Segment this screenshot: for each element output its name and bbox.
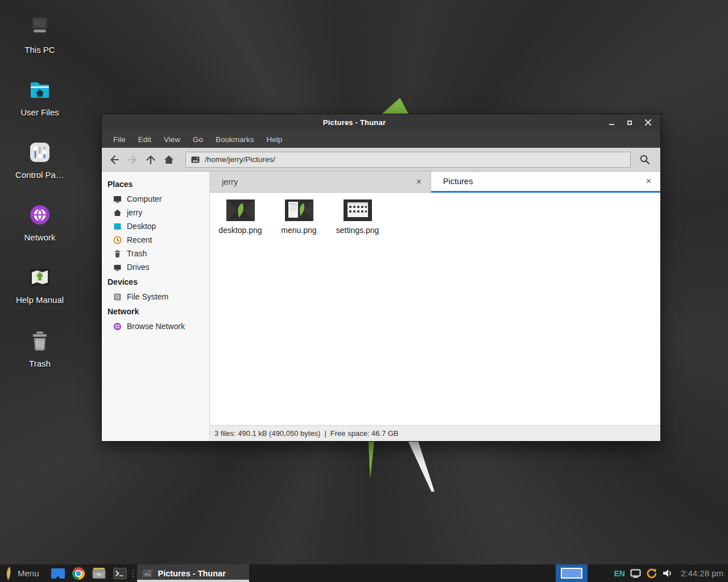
- taskbar-window-button[interactable]: Pictures - Thunar: [137, 564, 249, 582]
- network-globe-icon: [26, 201, 53, 228]
- back-icon: [109, 154, 120, 165]
- start-menu-button[interactable]: [3, 564, 14, 582]
- back-button[interactable]: [105, 151, 123, 169]
- path-text: /home/jerry/Pictures/: [205, 155, 275, 164]
- sidebar-item-label: Computer: [127, 194, 162, 203]
- thunar-task-icon: [142, 569, 152, 577]
- maximize-icon: [627, 120, 632, 125]
- desktop-icon-trash[interactable]: Trash: [6, 327, 74, 368]
- desktop-png-thumbnail: [226, 199, 255, 221]
- taskbar: Menu Pictures - Thunar EN 2:44:28 pm: [0, 564, 728, 582]
- tab-label: jerry: [222, 177, 238, 186]
- start-menu-label[interactable]: Menu: [18, 568, 39, 578]
- launcher-desktop[interactable]: [51, 564, 65, 582]
- tab-close-icon[interactable]: ×: [645, 177, 652, 186]
- menu-file[interactable]: File: [107, 135, 132, 144]
- menu-view[interactable]: View: [158, 135, 187, 144]
- desktop-icon-label: Help Manual: [6, 295, 74, 305]
- close-icon: [645, 119, 651, 126]
- file-view[interactable]: desktop.png menu.png: [210, 193, 660, 425]
- file-name: settings.png: [328, 226, 387, 235]
- maximize-button[interactable]: [624, 117, 635, 128]
- launcher-chrome[interactable]: [72, 564, 85, 582]
- content-pane: jerry × Pictures × desktop.png: [210, 172, 660, 441]
- sidebar-item-browse-network[interactable]: Browse Network: [102, 319, 209, 333]
- launcher-file-manager[interactable]: [92, 564, 106, 582]
- desktop-icon-label: User Files: [6, 107, 74, 117]
- home-button[interactable]: [160, 151, 178, 169]
- search-button[interactable]: [634, 151, 656, 169]
- desktop-icon-help-manual[interactable]: Help Manual: [6, 264, 74, 305]
- menu-help[interactable]: Help: [260, 135, 289, 144]
- recent-clock-icon: [113, 236, 122, 244]
- file-name: desktop.png: [211, 226, 270, 235]
- chrome-icon: [72, 567, 85, 580]
- browse-network-icon: [113, 322, 122, 331]
- status-files-text: 3 files: 490.1 kB (490,050 bytes): [214, 429, 320, 438]
- window-titlebar[interactable]: Pictures - Thunar: [102, 114, 660, 131]
- sidebar-item-drives[interactable]: Drives: [102, 260, 209, 274]
- sidebar-item-computer[interactable]: Computer: [102, 192, 209, 206]
- window-main: Places Computer jerry Desktop Recent Tra…: [102, 172, 660, 441]
- control-panel-icon: [26, 139, 53, 166]
- volume-button[interactable]: [662, 568, 673, 578]
- tab-jerry[interactable]: jerry ×: [210, 172, 431, 193]
- desktop-icon-label: Control Pa…: [6, 170, 74, 180]
- thunar-window: Pictures - Thunar File Edit View Go Book…: [101, 114, 661, 442]
- close-button[interactable]: [642, 117, 653, 128]
- workspace-switcher[interactable]: [556, 564, 588, 582]
- taskbar-clock[interactable]: 2:44:28 pm: [681, 568, 723, 578]
- minimize-icon: [609, 124, 614, 125]
- menu-edit[interactable]: Edit: [132, 135, 158, 144]
- sidebar-item-jerry[interactable]: jerry: [102, 206, 209, 219]
- settings-png-thumbnail: [344, 199, 372, 221]
- display-tray-button[interactable]: [630, 569, 641, 578]
- image-file-icon: [191, 156, 200, 163]
- file-menu-png[interactable]: menu.png: [270, 199, 328, 235]
- window-title: Pictures - Thunar: [102, 118, 607, 127]
- status-bar: 3 files: 490.1 kB (490,050 bytes) | Free…: [210, 425, 660, 441]
- sidebar-item-recent[interactable]: Recent: [102, 233, 209, 247]
- desktop-icon-network[interactable]: Network: [6, 201, 74, 242]
- sidebar-item-label: Browse Network: [127, 322, 185, 331]
- sidebar-item-trash[interactable]: Trash: [102, 247, 209, 260]
- sidebar-item-desktop[interactable]: Desktop: [102, 219, 209, 233]
- desktop-icon-label: Trash: [6, 359, 74, 368]
- update-manager-button[interactable]: [646, 567, 657, 579]
- tab-bar: jerry × Pictures ×: [210, 172, 660, 193]
- update-refresh-icon: [646, 567, 657, 579]
- tab-label: Pictures: [443, 177, 473, 186]
- active-workspace[interactable]: [561, 568, 582, 579]
- panel-handle[interactable]: [133, 570, 134, 577]
- path-bar[interactable]: /home/jerry/Pictures/: [185, 152, 631, 168]
- sidebar-item-label: Desktop: [127, 222, 156, 231]
- up-button[interactable]: [142, 151, 160, 169]
- help-manual-icon: [26, 264, 53, 291]
- search-icon: [639, 154, 651, 165]
- menu-bookmarks[interactable]: Bookmarks: [209, 135, 260, 144]
- desktop-small-icon: [113, 222, 122, 231]
- sidebar-item-label: jerry: [127, 208, 142, 217]
- tab-close-icon[interactable]: ×: [415, 177, 423, 186]
- file-name: menu.png: [270, 226, 328, 235]
- linux-lite-feather-icon: [3, 566, 14, 581]
- sidebar-item-label: File System: [127, 292, 168, 301]
- file-desktop-png[interactable]: desktop.png: [211, 199, 270, 235]
- launcher-terminal[interactable]: [113, 564, 127, 582]
- tab-pictures[interactable]: Pictures ×: [431, 172, 660, 193]
- desktop-icon-user-files[interactable]: User Files: [6, 76, 74, 117]
- up-arrow-icon: [145, 154, 156, 165]
- keyboard-layout-indicator[interactable]: EN: [614, 569, 624, 578]
- menu-go[interactable]: Go: [187, 135, 209, 144]
- minimize-button[interactable]: [606, 117, 617, 128]
- file-settings-png[interactable]: settings.png: [328, 199, 387, 235]
- display-icon: [630, 569, 641, 578]
- forward-button[interactable]: [123, 151, 142, 169]
- desktop-icon-control-panel[interactable]: Control Pa…: [6, 139, 74, 180]
- trash-small-icon: [113, 250, 122, 258]
- blue-desktop-icon: [51, 567, 65, 580]
- desktop-icon-this-pc[interactable]: This PC: [6, 14, 74, 55]
- sidebar-item-file-system[interactable]: File System: [102, 290, 209, 304]
- window-controls: [606, 117, 660, 128]
- sidebar-header-devices: Devices: [102, 274, 209, 290]
